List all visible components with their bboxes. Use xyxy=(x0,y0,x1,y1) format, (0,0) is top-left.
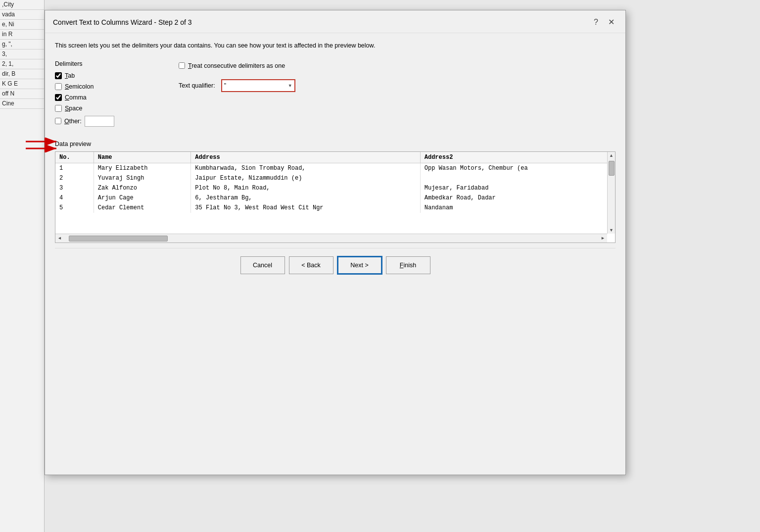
comma-checkbox[interactable] xyxy=(55,94,62,101)
table-cell: Mujesar, Faridabad xyxy=(420,183,615,193)
scroll-up-arrow[interactable]: ▲ xyxy=(608,152,615,159)
data-preview-label: Data preview xyxy=(55,141,616,147)
table-cell: Arjun Cage xyxy=(94,193,191,203)
table-row: 4Arjun Cage6, Jestharam Bg,Ambedkar Road… xyxy=(55,193,615,203)
table-row: 2Yuvaraj SinghJaipur Estate, Nizammuddin… xyxy=(55,173,615,183)
title-bar-buttons: ? ✕ xyxy=(591,16,618,28)
scroll-thumb-h[interactable] xyxy=(69,236,168,242)
delimiters-label: Delimiters xyxy=(55,60,164,67)
delimiters-section: Delimiters Tab Semicolon Com xyxy=(55,60,164,131)
col-header-no: No. xyxy=(55,152,94,163)
text-qualifier-select-wrapper: " ' {none} xyxy=(221,79,295,92)
back-button[interactable]: < Back xyxy=(289,256,333,274)
table-cell: Nandanam xyxy=(420,203,615,213)
space-option-row: Space xyxy=(55,105,164,112)
treat-consecutive-label[interactable]: Treat consecutive delimiters as one xyxy=(188,62,285,69)
finish-button[interactable]: Finish xyxy=(386,256,430,274)
semicolon-label[interactable]: Semicolon xyxy=(65,83,94,90)
cell-1: ,City xyxy=(0,0,44,10)
data-preview-section: Data preview No. Name Address Address2 1… xyxy=(55,141,616,243)
cell-2: vada xyxy=(0,10,44,20)
table-cell: Zak Alfonzo xyxy=(94,183,191,193)
treat-consecutive-row: Treat consecutive delimiters as one xyxy=(179,62,616,69)
vertical-scrollbar[interactable]: ▲ ▼ xyxy=(607,152,615,234)
data-preview-box[interactable]: No. Name Address Address2 1Mary Elizabet… xyxy=(55,151,616,243)
next-button[interactable]: Next > xyxy=(337,256,382,274)
scroll-down-arrow[interactable]: ▼ xyxy=(608,227,615,234)
cell-5: g, ", xyxy=(0,40,44,49)
text-qualifier-row: Text qualifier: " ' {none} xyxy=(179,79,616,92)
col-header-address: Address xyxy=(191,152,420,163)
table-cell: Mary Elizabeth xyxy=(94,163,191,173)
cancel-button[interactable]: Cancel xyxy=(240,256,285,274)
cell-9: K G E xyxy=(0,79,44,89)
table-cell xyxy=(420,173,615,183)
space-label[interactable]: Space xyxy=(65,105,82,112)
table-cell: Plot No 8, Main Road, xyxy=(191,183,420,193)
close-button[interactable]: ✕ xyxy=(605,16,618,28)
table-cell: Cedar Clement xyxy=(94,203,191,213)
horizontal-scrollbar[interactable]: ◄ ► xyxy=(55,234,607,242)
cell-7: 2, 1, xyxy=(0,59,44,69)
tab-label[interactable]: Tab xyxy=(65,72,75,79)
dialog-title: Convert Text to Columns Wizard - Step 2 … xyxy=(53,18,192,26)
table-cell: 3 xyxy=(55,183,94,193)
space-checkbox[interactable] xyxy=(55,105,62,112)
table-cell: 35 Flat No 3, West Road West Cit Ngr xyxy=(191,203,420,213)
table-cell: Yuvaraj Singh xyxy=(94,173,191,183)
tab-option-row: Tab xyxy=(55,72,164,79)
options-section: Treat consecutive delimiters as one Text… xyxy=(179,60,616,131)
table-cell: 2 xyxy=(55,173,94,183)
comma-option-row: Comma xyxy=(55,94,164,101)
spreadsheet-column: ,City vada e, Ni in R g, ", 3, 2, 1, dir… xyxy=(0,0,45,532)
title-bar: Convert Text to Columns Wizard - Step 2 … xyxy=(45,10,625,33)
semicolon-checkbox[interactable] xyxy=(55,83,62,90)
dialog-description: This screen lets you set the delimiters … xyxy=(55,41,616,50)
table-cell: 1 xyxy=(55,163,94,173)
table-row: 1Mary ElizabethKumbharwada, Sion Trombay… xyxy=(55,163,615,173)
treat-consecutive-checkbox[interactable] xyxy=(179,62,185,69)
red-arrow xyxy=(26,138,60,152)
main-area: Delimiters Tab Semicolon Com xyxy=(55,60,616,131)
preview-table-body: 1Mary ElizabethKumbharwada, Sion Trombay… xyxy=(55,163,615,213)
col-header-name: Name xyxy=(94,152,191,163)
scroll-left-arrow[interactable]: ◄ xyxy=(55,236,64,241)
table-cell: 5 xyxy=(55,203,94,213)
scroll-right-arrow[interactable]: ► xyxy=(599,236,607,241)
dialog-content: This screen lets you set the delimiters … xyxy=(45,33,625,287)
scroll-thumb-v[interactable] xyxy=(609,161,615,176)
help-button[interactable]: ? xyxy=(591,17,601,28)
table-cell: 6, Jestharam Bg, xyxy=(191,193,420,203)
table-cell: Opp Wasan Motors, Chembur (ea xyxy=(420,163,615,173)
scroll-track-v xyxy=(608,159,615,227)
button-row: Cancel < Back Next > Finish xyxy=(55,248,616,279)
cell-8: dir, B xyxy=(0,69,44,79)
table-row: 5Cedar Clement35 Flat No 3, West Road We… xyxy=(55,203,615,213)
comma-label[interactable]: Comma xyxy=(65,94,87,101)
table-row: 3Zak AlfonzoPlot No 8, Main Road,Mujesar… xyxy=(55,183,615,193)
preview-table: No. Name Address Address2 1Mary Elizabet… xyxy=(55,152,615,213)
other-option-row: Other: xyxy=(55,116,164,127)
table-cell: Ambedkar Road, Dadar xyxy=(420,193,615,203)
cell-11: Cine xyxy=(0,99,44,109)
table-cell: Jaipur Estate, Nizammuddin (e) xyxy=(191,173,420,183)
cell-3: e, Ni xyxy=(0,20,44,30)
scroll-track-h xyxy=(64,234,599,242)
table-header-row: No. Name Address Address2 xyxy=(55,152,615,163)
col-header-address2: Address2 xyxy=(420,152,615,163)
cell-6: 3, xyxy=(0,49,44,59)
text-qualifier-select[interactable]: " ' {none} xyxy=(221,79,295,92)
other-text-input[interactable] xyxy=(85,116,114,127)
cell-4: in R xyxy=(0,30,44,40)
dialog-window: Convert Text to Columns Wizard - Step 2 … xyxy=(45,10,626,475)
other-checkbox[interactable] xyxy=(55,118,61,124)
table-cell: Kumbharwada, Sion Trombay Road, xyxy=(191,163,420,173)
tab-checkbox[interactable] xyxy=(55,72,62,79)
cell-10: off N xyxy=(0,89,44,99)
other-label[interactable]: Other: xyxy=(64,118,82,125)
text-qualifier-label: Text qualifier: xyxy=(179,82,215,89)
semicolon-option-row: Semicolon xyxy=(55,83,164,90)
table-cell: 4 xyxy=(55,193,94,203)
